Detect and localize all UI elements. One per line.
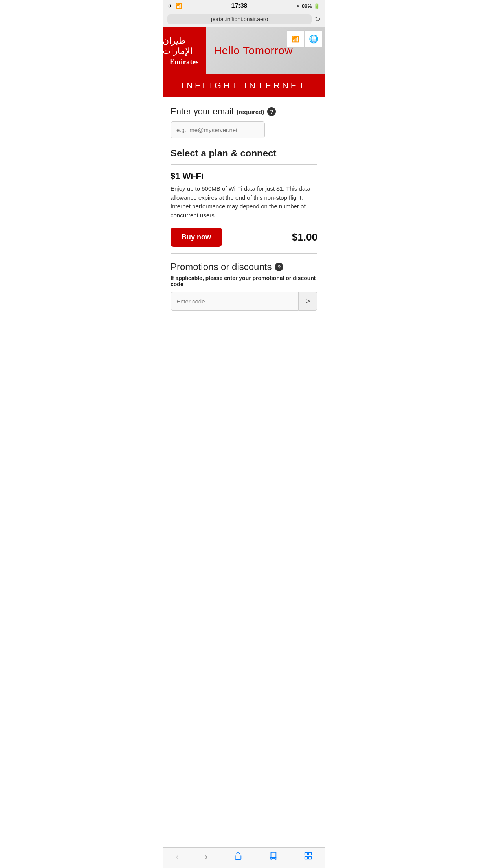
globe-icon: 🌐 (309, 34, 319, 44)
battery-label: 88% (302, 3, 312, 9)
wifi-plan-title: $1 Wi-Fi (171, 171, 317, 181)
promo-code-input[interactable] (171, 292, 299, 311)
email-input[interactable] (171, 121, 265, 138)
status-bar-left: ✈ 📶 (168, 3, 182, 9)
email-label: Enter your email (required) ? (171, 107, 317, 117)
plan-section-title: Select a plan & connect (171, 148, 317, 159)
tagline: Hello Tomorrow (214, 44, 293, 57)
plane-icon: ✈ (168, 3, 172, 9)
status-bar-right: ➤ 88% 🔋 (296, 3, 320, 9)
header-logo-area: طيران الإمارات Emirates Hello Tomorrow 📶… (163, 27, 325, 74)
wifi-icon: 📶 (176, 3, 182, 9)
globe-button[interactable]: 🌐 (305, 30, 322, 48)
promo-title: Promotions or discounts ? (171, 261, 317, 272)
status-bar-time: 17:38 (231, 2, 248, 9)
battery-icon: 🔋 (314, 3, 320, 9)
required-tag: (required) (237, 108, 264, 115)
promo-input-row: > (171, 292, 317, 311)
promo-title-text: Promotions or discounts (171, 261, 272, 272)
banner-title: INFLIGHT INTERNET (182, 81, 306, 90)
email-help-icon[interactable]: ? (267, 107, 276, 116)
plan-section: Select a plan & connect $1 Wi-Fi Enjoy u… (171, 148, 317, 247)
status-bar: ✈ 📶 17:38 ➤ 88% 🔋 (163, 0, 325, 12)
bottom-divider (171, 253, 317, 254)
arabic-text: طيران الإمارات (163, 36, 206, 56)
main-content: Enter your email (required) ? Select a p… (163, 97, 325, 348)
header-icons: 📶 🌐 (287, 30, 322, 48)
wifi-signal-button[interactable]: 📶 (287, 30, 304, 48)
wifi-signal-icon: 📶 (292, 35, 299, 43)
buy-now-button[interactable]: Buy now (171, 228, 222, 247)
url-address[interactable]: portal.inflight.onair.aero (167, 14, 312, 24)
plan-divider (171, 164, 317, 165)
promo-section: Promotions or discounts ? If applicable,… (171, 261, 317, 311)
price-label: $1.00 (292, 231, 317, 243)
brand-name: Emirates (170, 58, 199, 66)
wifi-plan-desc: Enjoy up to 500MB of Wi-Fi data for just… (171, 184, 317, 220)
buy-row: Buy now $1.00 (171, 228, 317, 247)
inflight-banner: INFLIGHT INTERNET (163, 74, 325, 97)
promo-submit-button[interactable]: > (299, 292, 317, 311)
email-label-text: Enter your email (171, 107, 233, 117)
url-bar: portal.inflight.onair.aero ↻ (163, 12, 325, 27)
wifi-plan: $1 Wi-Fi Enjoy up to 500MB of Wi-Fi data… (171, 171, 317, 247)
emirates-logo-block: طيران الإمارات Emirates (163, 27, 206, 74)
reload-button[interactable]: ↻ (315, 15, 321, 24)
promo-desc: If applicable, please enter your promoti… (171, 275, 317, 287)
promo-help-icon[interactable]: ? (275, 263, 283, 271)
location-icon: ➤ (296, 3, 300, 9)
